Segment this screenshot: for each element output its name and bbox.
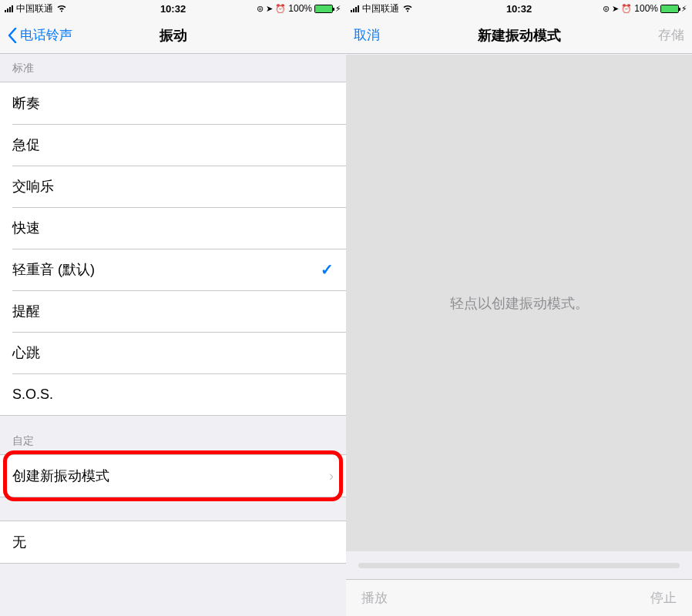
vibration-option[interactable]: 快速 bbox=[0, 207, 346, 249]
section-header-standard: 标准 bbox=[0, 54, 346, 82]
page-title: 新建振动模式 bbox=[478, 26, 561, 45]
nav-bar: 电话铃声 振动 bbox=[0, 17, 346, 54]
charging-icon: ⚡︎ bbox=[335, 4, 341, 14]
create-new-vibration[interactable]: 创建新振动模式 › bbox=[0, 455, 346, 497]
create-label: 创建新振动模式 bbox=[12, 467, 109, 485]
wifi-icon bbox=[402, 5, 413, 12]
option-label: S.O.S. bbox=[12, 387, 53, 403]
signal-icon bbox=[351, 5, 359, 12]
left-phone-screen: 中国联通 10:32 ⊜ ➤ ⏰ 100% ⚡︎ 电话铃声 振动 标准 断奏 急… bbox=[0, 0, 346, 616]
carrier-label: 中国联通 bbox=[16, 2, 53, 15]
vibration-option[interactable]: 心跳 bbox=[0, 332, 346, 373]
section-header-custom: 自定 bbox=[0, 416, 346, 454]
battery-icon bbox=[660, 5, 679, 13]
vibration-option[interactable]: 轻重音 (默认) ✓ bbox=[0, 249, 346, 290]
status-bar: 中国联通 10:32 ⊜ ➤ ⏰ 100% ⚡︎ bbox=[0, 0, 346, 17]
status-time: 10:32 bbox=[160, 3, 186, 15]
vibration-tap-area[interactable]: 轻点以创建振动模式。 bbox=[346, 55, 692, 551]
carrier-label: 中国联通 bbox=[362, 2, 399, 15]
wifi-icon bbox=[56, 5, 67, 12]
timeline-bar bbox=[346, 551, 692, 579]
play-button[interactable]: 播放 bbox=[361, 589, 388, 607]
battery-percent: 100% bbox=[634, 3, 658, 14]
none-list: 无 bbox=[0, 521, 346, 564]
standard-list: 断奏 急促 交响乐 快速 轻重音 (默认) ✓ 提醒 心跳 S.O.S. bbox=[0, 82, 346, 416]
page-title: 振动 bbox=[160, 26, 187, 45]
alarm-icon: ⏰ bbox=[275, 4, 286, 14]
status-right: ⊜ ➤ ⏰ 100% ⚡︎ bbox=[257, 3, 341, 14]
chevron-left-icon bbox=[8, 28, 17, 43]
status-bar: 中国联通 10:32 ⊜ ➤ ⏰ 100% ⚡︎ bbox=[346, 0, 692, 17]
status-time: 10:32 bbox=[506, 3, 532, 15]
battery-icon bbox=[314, 5, 333, 13]
back-label: 电话铃声 bbox=[20, 26, 72, 44]
cancel-button[interactable]: 取消 bbox=[354, 26, 415, 44]
right-phone-screen: 中国联通 10:32 ⊜ ➤ ⏰ 100% ⚡︎ 取消 新建振动模式 存储 轻点… bbox=[346, 0, 692, 616]
tap-hint: 轻点以创建振动模式。 bbox=[450, 294, 589, 313]
charging-icon: ⚡︎ bbox=[681, 4, 687, 14]
battery-percent: 100% bbox=[288, 3, 312, 14]
status-left: 中国联通 bbox=[351, 2, 413, 15]
back-button[interactable]: 电话铃声 bbox=[8, 26, 72, 44]
location-icon: ➤ bbox=[612, 4, 619, 14]
option-label: 轻重音 (默认) bbox=[12, 260, 95, 279]
vibration-option[interactable]: 急促 bbox=[0, 124, 346, 166]
chevron-right-icon: › bbox=[329, 468, 334, 484]
none-label: 无 bbox=[12, 533, 26, 551]
nav-bar: 取消 新建振动模式 存储 bbox=[346, 17, 692, 54]
timeline-track bbox=[358, 563, 680, 568]
vibration-option[interactable]: 交响乐 bbox=[0, 166, 346, 207]
vibration-none-option[interactable]: 无 bbox=[0, 521, 346, 563]
vibration-option[interactable]: 提醒 bbox=[0, 290, 346, 332]
cancel-label: 取消 bbox=[354, 26, 380, 44]
option-label: 快速 bbox=[12, 219, 40, 237]
save-button[interactable]: 存储 bbox=[623, 26, 684, 44]
status-left: 中国联通 bbox=[5, 2, 67, 15]
checkmark-icon: ✓ bbox=[321, 260, 334, 279]
location-icon: ➤ bbox=[266, 4, 273, 14]
option-label: 断奏 bbox=[12, 94, 40, 112]
option-label: 心跳 bbox=[12, 343, 40, 362]
vibration-option[interactable]: 断奏 bbox=[0, 82, 346, 124]
signal-icon bbox=[5, 5, 13, 12]
stop-button[interactable]: 停止 bbox=[650, 589, 677, 607]
custom-list: 创建新振动模式 › bbox=[0, 454, 346, 497]
toolbar: 播放 停止 bbox=[346, 579, 692, 616]
option-label: 提醒 bbox=[12, 302, 40, 320]
option-label: 交响乐 bbox=[12, 177, 54, 196]
alarm-icon: ⏰ bbox=[621, 4, 632, 14]
status-right: ⊜ ➤ ⏰ 100% ⚡︎ bbox=[603, 3, 687, 14]
vibration-option[interactable]: S.O.S. bbox=[0, 373, 346, 415]
portrait-lock-icon: ⊜ bbox=[603, 4, 610, 14]
save-label: 存储 bbox=[658, 26, 684, 44]
option-label: 急促 bbox=[12, 136, 40, 154]
portrait-lock-icon: ⊜ bbox=[257, 4, 264, 14]
